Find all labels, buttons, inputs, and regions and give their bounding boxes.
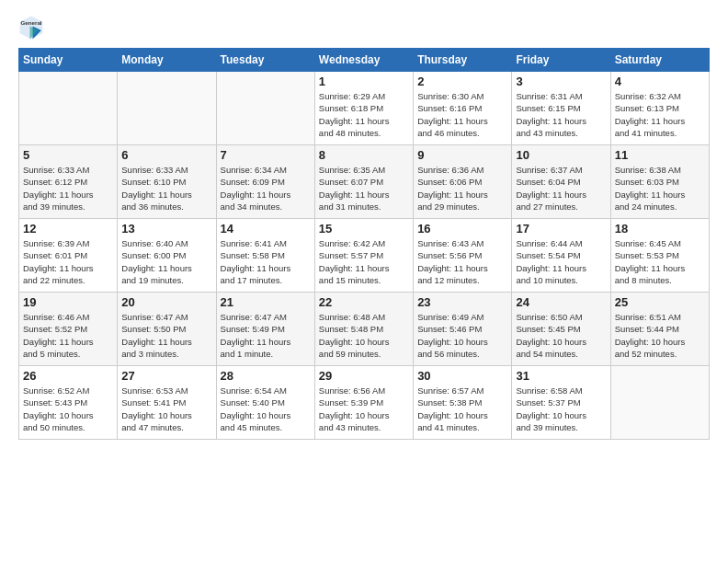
day-number: 9 bbox=[417, 148, 507, 162]
day-number: 27 bbox=[121, 369, 211, 383]
day-info: Sunrise: 6:35 AM Sunset: 6:07 PM Dayligh… bbox=[319, 164, 409, 213]
svg-text:General: General bbox=[20, 19, 41, 26]
weekday-header-monday: Monday bbox=[118, 49, 216, 72]
calendar-cell: 23Sunrise: 6:49 AM Sunset: 5:46 PM Dayli… bbox=[414, 293, 512, 366]
day-number: 8 bbox=[319, 148, 409, 162]
calendar-cell: 22Sunrise: 6:48 AM Sunset: 5:48 PM Dayli… bbox=[314, 293, 413, 366]
day-number: 11 bbox=[615, 148, 705, 162]
day-number: 30 bbox=[417, 369, 507, 383]
day-info: Sunrise: 6:32 AM Sunset: 6:13 PM Dayligh… bbox=[615, 90, 705, 139]
calendar-cell: 11Sunrise: 6:38 AM Sunset: 6:03 PM Dayli… bbox=[610, 145, 709, 219]
calendar-cell: 9Sunrise: 6:36 AM Sunset: 6:06 PM Daylig… bbox=[414, 145, 512, 219]
day-number: 2 bbox=[417, 75, 507, 88]
calendar-cell: 2Sunrise: 6:30 AM Sunset: 6:16 PM Daylig… bbox=[414, 72, 512, 145]
calendar-cell: 31Sunrise: 6:58 AM Sunset: 5:37 PM Dayli… bbox=[512, 366, 610, 440]
calendar-cell bbox=[610, 366, 709, 440]
day-info: Sunrise: 6:57 AM Sunset: 5:38 PM Dayligh… bbox=[417, 385, 507, 433]
calendar-cell: 12Sunrise: 6:39 AM Sunset: 6:01 PM Dayli… bbox=[19, 219, 118, 293]
calendar-cell: 3Sunrise: 6:31 AM Sunset: 6:15 PM Daylig… bbox=[512, 72, 610, 145]
day-number: 13 bbox=[121, 222, 211, 236]
calendar-week-1: 1Sunrise: 6:29 AM Sunset: 6:18 PM Daylig… bbox=[19, 72, 710, 145]
day-info: Sunrise: 6:45 AM Sunset: 5:53 PM Dayligh… bbox=[615, 237, 705, 286]
day-number: 20 bbox=[121, 295, 211, 309]
day-info: Sunrise: 6:31 AM Sunset: 6:15 PM Dayligh… bbox=[516, 90, 606, 139]
day-number: 21 bbox=[221, 295, 311, 309]
day-info: Sunrise: 6:50 AM Sunset: 5:45 PM Dayligh… bbox=[516, 311, 606, 360]
day-info: Sunrise: 6:34 AM Sunset: 6:09 PM Dayligh… bbox=[221, 164, 311, 213]
header: General bbox=[18, 15, 710, 40]
day-number: 6 bbox=[121, 148, 211, 162]
day-info: Sunrise: 6:41 AM Sunset: 5:58 PM Dayligh… bbox=[221, 237, 311, 286]
day-number: 25 bbox=[615, 295, 705, 309]
calendar-cell: 21Sunrise: 6:47 AM Sunset: 5:49 PM Dayli… bbox=[216, 293, 314, 366]
day-number: 31 bbox=[516, 369, 606, 383]
calendar-cell: 20Sunrise: 6:47 AM Sunset: 5:50 PM Dayli… bbox=[118, 293, 216, 366]
calendar-week-4: 19Sunrise: 6:46 AM Sunset: 5:52 PM Dayli… bbox=[19, 293, 710, 366]
calendar-week-3: 12Sunrise: 6:39 AM Sunset: 6:01 PM Dayli… bbox=[19, 219, 710, 293]
day-info: Sunrise: 6:51 AM Sunset: 5:44 PM Dayligh… bbox=[615, 311, 705, 360]
calendar-cell: 30Sunrise: 6:57 AM Sunset: 5:38 PM Dayli… bbox=[414, 366, 512, 440]
weekday-header-wednesday: Wednesday bbox=[314, 49, 413, 72]
day-info: Sunrise: 6:47 AM Sunset: 5:50 PM Dayligh… bbox=[121, 311, 211, 360]
day-info: Sunrise: 6:30 AM Sunset: 6:16 PM Dayligh… bbox=[417, 90, 507, 139]
day-number: 18 bbox=[615, 222, 705, 236]
logo: General bbox=[18, 15, 48, 40]
day-number: 22 bbox=[319, 295, 409, 309]
day-number: 23 bbox=[417, 295, 507, 309]
day-number: 3 bbox=[516, 75, 606, 88]
weekday-header-row: SundayMondayTuesdayWednesdayThursdayFrid… bbox=[19, 49, 710, 72]
day-number: 4 bbox=[615, 75, 705, 88]
calendar-cell: 15Sunrise: 6:42 AM Sunset: 5:57 PM Dayli… bbox=[314, 219, 413, 293]
weekday-header-tuesday: Tuesday bbox=[216, 49, 314, 72]
weekday-header-saturday: Saturday bbox=[610, 49, 709, 72]
day-info: Sunrise: 6:48 AM Sunset: 5:48 PM Dayligh… bbox=[319, 311, 409, 360]
calendar-cell: 4Sunrise: 6:32 AM Sunset: 6:13 PM Daylig… bbox=[610, 72, 709, 145]
weekday-header-thursday: Thursday bbox=[414, 49, 512, 72]
day-info: Sunrise: 6:39 AM Sunset: 6:01 PM Dayligh… bbox=[23, 237, 113, 286]
day-info: Sunrise: 6:40 AM Sunset: 6:00 PM Dayligh… bbox=[121, 237, 211, 286]
calendar-cell: 27Sunrise: 6:53 AM Sunset: 5:41 PM Dayli… bbox=[118, 366, 216, 440]
day-number: 5 bbox=[23, 148, 113, 162]
day-info: Sunrise: 6:58 AM Sunset: 5:37 PM Dayligh… bbox=[516, 385, 606, 433]
day-number: 26 bbox=[23, 369, 113, 383]
day-info: Sunrise: 6:56 AM Sunset: 5:39 PM Dayligh… bbox=[319, 385, 409, 433]
day-info: Sunrise: 6:29 AM Sunset: 6:18 PM Dayligh… bbox=[319, 90, 409, 139]
calendar-cell: 10Sunrise: 6:37 AM Sunset: 6:04 PM Dayli… bbox=[512, 145, 610, 219]
day-number: 28 bbox=[221, 369, 311, 383]
day-number: 17 bbox=[516, 222, 606, 236]
day-info: Sunrise: 6:36 AM Sunset: 6:06 PM Dayligh… bbox=[417, 164, 507, 213]
day-number: 12 bbox=[23, 222, 113, 236]
day-info: Sunrise: 6:44 AM Sunset: 5:54 PM Dayligh… bbox=[516, 237, 606, 286]
day-info: Sunrise: 6:33 AM Sunset: 6:10 PM Dayligh… bbox=[121, 164, 211, 213]
calendar-cell: 16Sunrise: 6:43 AM Sunset: 5:56 PM Dayli… bbox=[414, 219, 512, 293]
day-info: Sunrise: 6:47 AM Sunset: 5:49 PM Dayligh… bbox=[221, 311, 311, 360]
calendar-table: SundayMondayTuesdayWednesdayThursdayFrid… bbox=[18, 48, 710, 440]
calendar-cell: 19Sunrise: 6:46 AM Sunset: 5:52 PM Dayli… bbox=[19, 293, 118, 366]
calendar-cell bbox=[216, 72, 314, 145]
calendar-cell: 24Sunrise: 6:50 AM Sunset: 5:45 PM Dayli… bbox=[512, 293, 610, 366]
day-number: 10 bbox=[516, 148, 606, 162]
calendar-week-5: 26Sunrise: 6:52 AM Sunset: 5:43 PM Dayli… bbox=[19, 366, 710, 440]
day-number: 29 bbox=[319, 369, 409, 383]
day-info: Sunrise: 6:46 AM Sunset: 5:52 PM Dayligh… bbox=[23, 311, 113, 360]
calendar-cell: 29Sunrise: 6:56 AM Sunset: 5:39 PM Dayli… bbox=[314, 366, 413, 440]
day-info: Sunrise: 6:54 AM Sunset: 5:40 PM Dayligh… bbox=[221, 385, 311, 433]
calendar-cell: 7Sunrise: 6:34 AM Sunset: 6:09 PM Daylig… bbox=[216, 145, 314, 219]
weekday-header-friday: Friday bbox=[512, 49, 610, 72]
day-number: 14 bbox=[221, 222, 311, 236]
calendar-cell: 28Sunrise: 6:54 AM Sunset: 5:40 PM Dayli… bbox=[216, 366, 314, 440]
calendar-cell: 8Sunrise: 6:35 AM Sunset: 6:07 PM Daylig… bbox=[314, 145, 413, 219]
day-number: 15 bbox=[319, 222, 409, 236]
calendar-cell: 25Sunrise: 6:51 AM Sunset: 5:44 PM Dayli… bbox=[610, 293, 709, 366]
calendar-cell: 5Sunrise: 6:33 AM Sunset: 6:12 PM Daylig… bbox=[19, 145, 118, 219]
day-info: Sunrise: 6:43 AM Sunset: 5:56 PM Dayligh… bbox=[417, 237, 507, 286]
calendar-cell: 18Sunrise: 6:45 AM Sunset: 5:53 PM Dayli… bbox=[610, 219, 709, 293]
page-container: General SundayMondayTuesdayWednesdayThur… bbox=[0, 0, 728, 449]
day-number: 16 bbox=[417, 222, 507, 236]
day-info: Sunrise: 6:49 AM Sunset: 5:46 PM Dayligh… bbox=[417, 311, 507, 360]
day-number: 24 bbox=[516, 295, 606, 309]
day-number: 19 bbox=[23, 295, 113, 309]
day-info: Sunrise: 6:42 AM Sunset: 5:57 PM Dayligh… bbox=[319, 237, 409, 286]
day-info: Sunrise: 6:37 AM Sunset: 6:04 PM Dayligh… bbox=[516, 164, 606, 213]
calendar-cell bbox=[118, 72, 216, 145]
